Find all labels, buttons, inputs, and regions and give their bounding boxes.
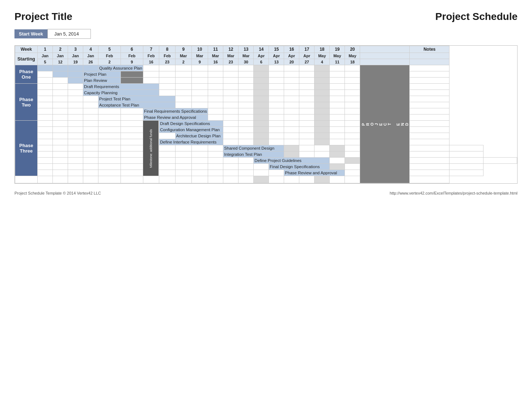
- table-row: Architectue Design Plan: [15, 133, 517, 139]
- table-row: Final Requirements Specifications: [15, 108, 517, 115]
- gantt-table: Week 1 2 3 4 5 6 7 8 9 10 11 12 13 14 15…: [15, 46, 517, 183]
- start-week-bar: Start Week Jan 5, 2014: [14, 29, 518, 39]
- page-header: Project Title Project Schedule: [14, 11, 518, 22]
- table-row: PhaseOne Quality Assurance Plan PROJECTE…: [15, 65, 517, 71]
- table-row: Phase Review and Approval: [15, 170, 517, 176]
- notes-header: Notes: [410, 46, 449, 53]
- start-week-label: Start Week: [14, 29, 47, 38]
- table-row: Plan Review: [15, 78, 517, 84]
- table-row: Project Plan: [15, 71, 517, 78]
- milestone-col: Milestone: additional funds: [143, 121, 159, 176]
- week-label-header: Week: [15, 46, 38, 53]
- footer: Project Schedule Template © 2014 Vertex4…: [14, 191, 518, 195]
- table-row: [15, 176, 517, 183]
- phase-one-label: PhaseOne: [15, 65, 38, 84]
- project-title: Project Title: [14, 11, 72, 22]
- table-row: Capacity Planning: [15, 90, 517, 96]
- project-end-col: PROJECTEND: [360, 65, 410, 183]
- table-row: Integration Test Plan: [15, 151, 517, 158]
- gantt-chart: Week 1 2 3 4 5 6 7 8 9 10 11 12 13 14 15…: [14, 45, 518, 184]
- schedule-label: Project Schedule: [435, 11, 518, 22]
- start-week-value: Jan 5, 2014: [47, 29, 91, 39]
- week-header-row: Week 1 2 3 4 5 6 7 8 9 10 11 12 13 14 15…: [15, 46, 517, 53]
- table-row: Final Design Specifications: [15, 164, 517, 170]
- phase-two-label: PhaseTwo: [15, 84, 38, 121]
- footer-left: Project Schedule Template © 2014 Vertex4…: [14, 191, 101, 195]
- table-row: Acceptance Test Plan: [15, 102, 517, 108]
- table-row: PhaseTwo Draft Requrements: [15, 84, 517, 90]
- table-row: Phase Review and Approval: [15, 115, 517, 121]
- table-row: PhaseThree Milestone: additional funds D…: [15, 121, 517, 127]
- table-row: Project Test Plan: [15, 96, 517, 102]
- starting-label: Starting: [15, 53, 38, 65]
- footer-right: http://www.vertex42.com/ExcelTemplates/p…: [390, 191, 518, 195]
- table-row: Define Interface Requirements: [15, 139, 517, 145]
- month-row: Starting Jan Jan Jan Jan Feb Feb Feb Feb…: [15, 53, 517, 59]
- date-row: 5 12 19 26 2 9 16 23 2 9 16 23 30 6 13 2…: [15, 59, 517, 65]
- table-row: Configuration Management Plan: [15, 127, 517, 133]
- table-row: Shared Component Design: [15, 145, 517, 151]
- table-row: Define Project Guidelines: [15, 158, 517, 164]
- phase-three-label: PhaseThree: [15, 121, 38, 176]
